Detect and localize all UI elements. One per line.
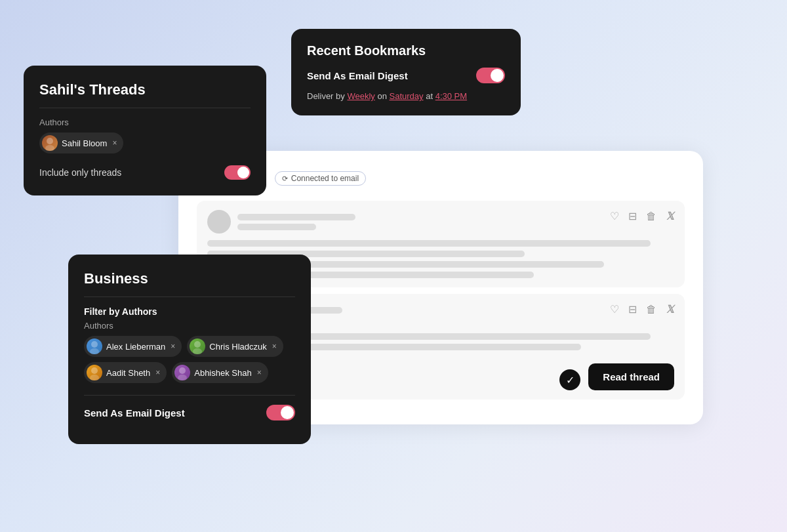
divider [39, 108, 251, 108]
abhishek-chip[interactable]: Abhishek Shah × [172, 362, 268, 383]
thread-avatar-1 [207, 210, 231, 234]
svg-point-0 [47, 138, 53, 144]
thread-actions-1: ♡ ⊟ 🗑 𝕏 [610, 210, 674, 222]
authors-label: Authors [39, 117, 251, 127]
business-digest-row: Send As Email Digest [84, 405, 295, 420]
abhishek-remove[interactable]: × [257, 368, 262, 377]
abhishek-avatar [174, 365, 190, 380]
checkmark-circle: ✓ [559, 369, 580, 390]
alex-avatar [87, 338, 102, 354]
svg-point-9 [178, 375, 187, 380]
chris-name: Chris Hladczuk [209, 342, 266, 352]
svg-point-6 [91, 367, 98, 374]
business-author-chips: Alex Lieberman × Chris Hladczuk × Aadit … [84, 336, 295, 383]
panel-header: Business ⟳ Connected to email [197, 169, 685, 188]
svg-point-1 [45, 145, 54, 151]
read-thread-button[interactable]: Read thread [588, 363, 674, 390]
trash-icon-2[interactable]: 🗑 [646, 304, 656, 316]
business-filter-card: Business Filter by Authors Authors Alex … [68, 255, 311, 444]
archive-icon[interactable]: ⊟ [628, 210, 637, 222]
wifi-icon: ⟳ [282, 174, 288, 183]
archive-icon-2[interactable]: ⊟ [628, 303, 637, 316]
on-text: on [377, 91, 386, 101]
digest-toggle[interactable] [476, 68, 505, 83]
at-text: at [426, 91, 433, 101]
business-digest-toggle[interactable] [266, 405, 295, 420]
chris-chip[interactable]: Chris Hladczuk × [187, 336, 283, 357]
digest-row: Send As Email Digest [307, 68, 505, 83]
chris-avatar [190, 338, 205, 354]
thread-meta-1 [207, 210, 355, 234]
skeleton [207, 240, 651, 247]
thread-actions-2: ♡ ⊟ 🗑 𝕏 [610, 303, 674, 316]
sahils-threads-card: Sahil's Threads Authors Sahil Bloom × In… [24, 66, 266, 195]
sahil-chip-remove[interactable]: × [112, 138, 117, 148]
digest-label: Send As Email Digest [307, 70, 408, 81]
author-chips: Sahil Bloom × [39, 133, 251, 153]
aadit-name: Aadit Sheth [106, 368, 150, 378]
saturday-link[interactable]: Saturday [390, 91, 424, 101]
svg-point-3 [90, 348, 99, 354]
svg-point-7 [90, 375, 99, 380]
aadit-avatar [87, 365, 102, 380]
sahil-card-title: Sahil's Threads [39, 81, 251, 98]
aadit-chip[interactable]: Aadit Sheth × [84, 362, 167, 383]
weekly-link[interactable]: Weekly [347, 91, 374, 101]
deliver-row: Deliver by Weekly on Saturday at 4:30 PM [307, 91, 505, 101]
twitter-icon-2[interactable]: 𝕏 [666, 303, 674, 316]
sahil-chip-label: Sahil Bloom [62, 138, 107, 148]
alex-remove[interactable]: × [171, 342, 175, 351]
twitter-icon[interactable]: 𝕏 [666, 210, 674, 222]
thread-text-lines-1 [237, 214, 355, 230]
filter-divider [84, 297, 295, 297]
bookmark-icon[interactable]: ♡ [610, 210, 619, 222]
sahil-chip[interactable]: Sahil Bloom × [39, 133, 123, 153]
trash-icon[interactable]: 🗑 [646, 211, 656, 222]
aadit-remove[interactable]: × [155, 368, 160, 377]
svg-point-4 [194, 341, 201, 348]
svg-point-2 [91, 341, 98, 348]
abhishek-name: Abhishek Shah [194, 368, 251, 378]
authors-sublabel: Authors [84, 321, 295, 331]
include-threads-toggle[interactable] [224, 165, 251, 180]
include-threads-row: Include only threads [39, 165, 251, 180]
thread-top-1: ♡ ⊟ 🗑 𝕏 [207, 210, 674, 234]
connected-badge: ⟳ Connected to email [275, 171, 366, 186]
business-digest-label: Send As Email Digest [84, 407, 185, 419]
alex-chip[interactable]: Alex Lieberman × [84, 336, 182, 357]
svg-point-8 [179, 367, 186, 374]
skeleton [237, 224, 316, 230]
alex-name: Alex Lieberman [106, 342, 165, 352]
svg-point-5 [193, 348, 202, 354]
connected-label: Connected to email [291, 174, 359, 183]
filter-by-authors-label: Filter by Authors [84, 306, 295, 317]
skeleton [237, 214, 355, 220]
bookmarks-title: Recent Bookmarks [307, 43, 505, 58]
include-threads-label: Include only threads [39, 167, 121, 178]
sahil-avatar [42, 135, 58, 151]
chris-remove[interactable]: × [272, 342, 277, 351]
deliver-prefix: Deliver by [307, 91, 345, 101]
time-link[interactable]: 4:30 PM [435, 91, 467, 101]
filter-bottom-divider [84, 395, 295, 396]
bookmarks-card: Recent Bookmarks Send As Email Digest De… [291, 29, 521, 115]
business-filter-title: Business [84, 270, 295, 287]
bookmark-icon-2[interactable]: ♡ [610, 303, 619, 316]
